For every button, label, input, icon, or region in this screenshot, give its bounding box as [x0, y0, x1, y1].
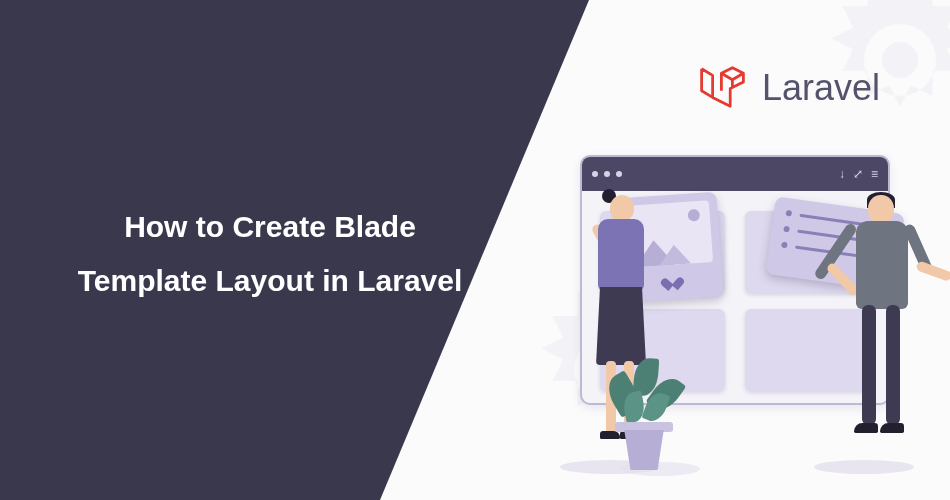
menu-icon: ≡	[871, 167, 878, 181]
headline-line-1: How to Create Blade	[70, 200, 470, 254]
expand-icon: ⤢	[853, 167, 863, 181]
laravel-brand: Laravel	[695, 60, 880, 115]
download-icon: ↓	[839, 167, 845, 181]
plant-illustration	[600, 330, 690, 470]
banner-container: How to Create Blade Template Layout in L…	[0, 0, 950, 500]
illustration-scene: Laravel ↓ ⤢ ≡	[480, 0, 950, 500]
person-male-illustration	[832, 195, 932, 475]
heart-icon	[665, 272, 680, 287]
headline-line-2: Template Layout in Laravel	[70, 254, 470, 308]
window-controls-icon	[592, 171, 622, 177]
headline: How to Create Blade Template Layout in L…	[70, 200, 470, 308]
laravel-brand-text: Laravel	[762, 67, 880, 109]
browser-titlebar: ↓ ⤢ ≡	[582, 157, 888, 191]
laravel-logo-icon	[695, 60, 750, 115]
window-tool-icons: ↓ ⤢ ≡	[839, 167, 878, 181]
